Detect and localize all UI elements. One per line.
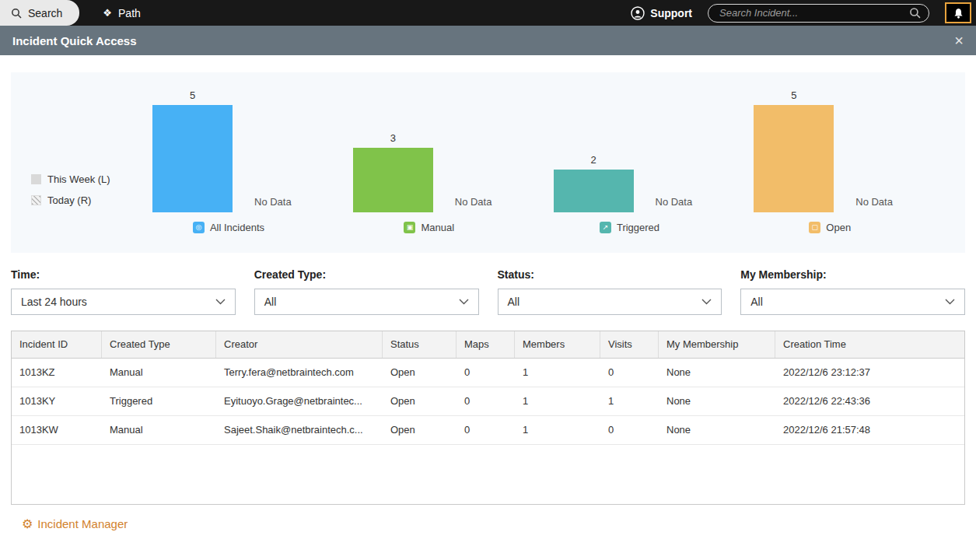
col-creation-time: Creation Time: [775, 331, 964, 358]
no-data-label: No Data: [855, 196, 893, 212]
creation-time-cell: 2022/12/6 21:57:48: [775, 416, 964, 444]
filter-created-type: Created Type: All: [254, 268, 479, 315]
incident-id-link[interactable]: 1013KY: [12, 387, 102, 415]
chart-group-triggered: 2 No Data ↗ Triggered: [549, 89, 750, 243]
category-open: ▢ Open: [754, 222, 906, 233]
legend-this-week: This Week (L): [31, 173, 148, 185]
panel-content: This Week (L) Today (R) 5 No Data ◎ All: [0, 55, 976, 530]
col-members: Members: [515, 331, 600, 358]
col-incident-id: Incident ID: [12, 331, 102, 358]
topbar-right: Support: [631, 2, 976, 23]
created-type-filter-label: Created Type:: [254, 268, 479, 281]
col-created-type: Created Type: [102, 331, 216, 358]
col-visits: Visits: [600, 331, 659, 358]
table-row[interactable]: 1013KY Triggered Eyituoyo.Grage@netbrain…: [12, 387, 964, 416]
visits-link[interactable]: 1: [600, 387, 659, 415]
panel-header: Incident Quick Access ×: [0, 26, 976, 55]
chevron-down-icon: [215, 299, 226, 305]
status-cell: Open: [383, 416, 457, 444]
top-bar: Search ❖ Path Support: [0, 0, 976, 26]
no-data-label: No Data: [455, 196, 492, 212]
creation-time-cell: 2022/12/6 22:43:36: [775, 387, 964, 415]
category-manual: ▣ Manual: [353, 222, 505, 233]
category-all-incidents: ◎ All Incidents: [152, 222, 305, 233]
incident-manager-label: Incident Manager: [37, 517, 128, 530]
filter-my-membership: My Membership: All: [740, 268, 965, 315]
status-cell: Open: [383, 359, 457, 387]
support-button[interactable]: Support: [631, 6, 692, 20]
members-link[interactable]: 1: [515, 416, 600, 444]
legend-swatch-hatched: [31, 195, 41, 205]
incident-search-input[interactable]: [719, 7, 909, 19]
status-filter-select[interactable]: All: [498, 289, 722, 315]
bar-all-incidents: [152, 105, 233, 212]
membership-filter-value: All: [750, 296, 763, 308]
support-label: Support: [650, 7, 692, 19]
category-label: Open: [826, 222, 851, 233]
notification-bell-button[interactable]: [945, 2, 971, 23]
chart-group-open: 5 No Data ▢ Open: [749, 89, 950, 243]
bar-open: [754, 105, 834, 212]
membership-cell: None: [659, 416, 775, 444]
category-label: All Incidents: [210, 222, 264, 233]
created-type-cell: Manual: [102, 359, 216, 387]
tab-search-label: Search: [28, 7, 62, 19]
close-icon[interactable]: ×: [954, 33, 964, 48]
search-icon: [11, 8, 22, 19]
chevron-down-icon: [459, 299, 469, 305]
tab-search[interactable]: Search: [0, 0, 79, 26]
tab-path-label: Path: [118, 7, 141, 19]
created-type-filter-select[interactable]: All: [254, 289, 479, 315]
creator-cell: Eyituoyo.Grage@netbraintec...: [216, 387, 383, 415]
panel-title: Incident Quick Access: [12, 34, 137, 47]
visits-cell: 0: [600, 359, 659, 387]
time-filter-select[interactable]: Last 24 hours: [11, 289, 236, 315]
legend-swatch-solid: [31, 174, 41, 184]
category-label: Manual: [421, 222, 454, 233]
filter-bar: Time: Last 24 hours Created Type: All St…: [11, 268, 965, 315]
tab-path[interactable]: ❖ Path: [103, 7, 140, 19]
table-header-row: Incident ID Created Type Creator Status …: [12, 331, 964, 359]
membership-cell: None: [659, 359, 775, 387]
triggered-icon: ↗: [600, 222, 611, 233]
chevron-down-icon: [945, 299, 955, 305]
incident-bar-chart: This Week (L) Today (R) 5 No Data ◎ All: [11, 72, 965, 253]
search-icon: [909, 7, 921, 19]
category-triggered: ↗ Triggered: [554, 222, 706, 233]
chart-group-manual: 3 No Data ▣ Manual: [348, 89, 549, 243]
maps-link[interactable]: 0: [457, 416, 515, 444]
members-link[interactable]: 1: [515, 359, 600, 387]
col-status: Status: [383, 331, 457, 358]
creator-cell: Terry.fera@netbraintech.com: [216, 359, 383, 387]
maps-link[interactable]: 0: [457, 387, 515, 415]
filter-time: Time: Last 24 hours: [11, 268, 236, 315]
time-filter-label: Time:: [11, 268, 236, 281]
bar-value-label: 5: [791, 89, 796, 101]
membership-cell: None: [659, 387, 775, 415]
status-filter-label: Status:: [498, 268, 722, 281]
col-my-membership: My Membership: [659, 331, 775, 358]
visits-cell: 0: [600, 416, 659, 444]
incident-manager-link[interactable]: ⚙ Incident Manager: [11, 517, 965, 530]
maps-link[interactable]: 0: [457, 359, 515, 387]
bar-value-label: 5: [190, 89, 195, 101]
chart-legend: This Week (L) Today (R): [31, 89, 148, 243]
chart-groups: 5 No Data ◎ All Incidents 3 No Data: [148, 89, 950, 243]
chart-group-all-incidents: 5 No Data ◎ All Incidents: [148, 89, 348, 243]
created-type-cell: Triggered: [102, 387, 216, 415]
category-label: Triggered: [617, 222, 659, 233]
no-data-label: No Data: [254, 196, 292, 212]
table-row[interactable]: 1013KZ Manual Terry.fera@netbraintech.co…: [12, 359, 964, 387]
open-icon: ▢: [809, 222, 820, 233]
creation-time-cell: 2022/12/6 23:12:37: [775, 359, 964, 387]
incident-search-box: [708, 4, 929, 23]
all-incidents-icon: ◎: [193, 222, 205, 233]
membership-filter-select[interactable]: All: [740, 289, 965, 315]
path-icon: ❖: [103, 7, 112, 19]
bar-value-label: 2: [590, 154, 596, 166]
status-cell: Open: [383, 387, 457, 415]
table-row[interactable]: 1013KW Manual Sajeet.Shaik@netbraintech.…: [12, 416, 964, 445]
incident-id-link[interactable]: 1013KZ: [12, 359, 102, 387]
incident-id-link[interactable]: 1013KW: [12, 416, 102, 444]
members-link[interactable]: 1: [515, 387, 600, 415]
